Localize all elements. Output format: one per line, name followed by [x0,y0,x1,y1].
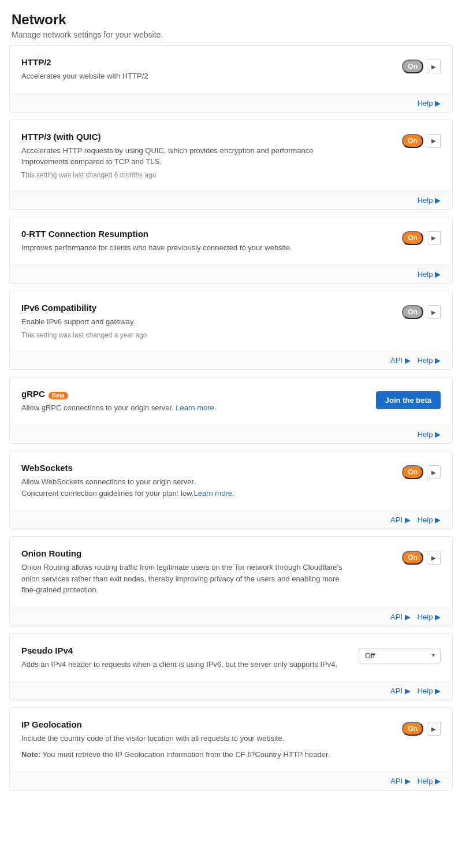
section-title-row-ip-geolocation: IP Geolocation [21,719,354,733]
toggle-arrow-http3[interactable]: ▶ [427,134,441,148]
footer-help-link-pseudo-ipv4[interactable]: Help ▶ [418,687,441,695]
footer-help-link-http2[interactable]: Help ▶ [418,99,441,107]
toggle-wrapper-ipv6: On▶ [402,305,441,319]
toggle-ipv6[interactable]: On [402,305,423,319]
section-info-pseudo-ipv4: Pseudo IPv4Adds an IPv4 header to reques… [21,646,359,670]
footer-help-link-http3[interactable]: Help ▶ [418,196,441,205]
section-info-grpc: gRPCBetaAllow gRPC connections to your o… [21,389,366,414]
toggle-arrow-ipv6[interactable]: ▶ [427,305,441,319]
toggle-wrapper-http3: On▶ [402,134,441,148]
section-body-grpc: gRPCBetaAllow gRPC connections to your o… [10,377,452,425]
footer-help-link-websockets[interactable]: Help ▶ [418,515,441,524]
section-card-ip-geolocation: IP GeolocationInclude the country code o… [9,707,453,791]
section-footer-onion-routing: API ▶Help ▶ [10,607,452,626]
section-control-onion-routing: On▶ [366,548,441,565]
section-control-http2: On▶ [366,57,441,73]
toggle-arrow-http2[interactable]: ▶ [427,60,441,73]
section-card-0rtt: 0-RTT Connection ResumptionImproves perf… [9,217,453,284]
section-info-ipv6: IPv6 CompatibilityEnable IPv6 support an… [21,303,366,339]
section-body-0rtt: 0-RTT Connection ResumptionImproves perf… [10,217,452,265]
footer-help-link-0rtt[interactable]: Help ▶ [418,270,441,279]
section-footer-ipv6: API ▶Help ▶ [10,351,452,369]
section-title-ipv6: IPv6 Compatibility [21,303,96,313]
section-control-websockets: On▶ [366,463,441,479]
sections-container: HTTP/2Accelerates your website with HTTP… [0,45,462,791]
section-desc-http2: Accelerates your website with HTTP/2 [21,71,354,82]
section-title-onion-routing: Onion Routing [21,548,81,558]
section-title-http3: HTTP/3 (with QUIC) [21,132,101,142]
section-card-onion-routing: Onion RoutingOnion Routing allows routin… [9,536,453,626]
select-pseudo-ipv4[interactable]: OffAdd HeaderOverwrite Header [359,648,441,663]
footer-help-link-ipv6[interactable]: Help ▶ [418,356,441,365]
section-card-http2: HTTP/2Accelerates your website with HTTP… [9,45,453,113]
section-footer-http3: Help ▶ [10,191,452,209]
page-subtitle: Manage network settings for your website… [12,30,450,39]
footer-api-link-pseudo-ipv4[interactable]: API ▶ [390,687,411,695]
section-body-ipv6: IPv6 CompatibilityEnable IPv6 support an… [10,291,452,351]
section-body-websockets: WebSocketsAllow WebSockets connections t… [10,451,452,510]
section-card-grpc: gRPCBetaAllow gRPC connections to your o… [9,377,453,444]
toggle-wrapper-ip-geolocation: On▶ [402,722,441,736]
section-footer-websockets: API ▶Help ▶ [10,510,452,529]
section-title-row-ipv6: IPv6 Compatibility [21,303,354,316]
learn-more-grpc[interactable]: Learn more. [176,403,216,412]
footer-api-link-ipv6[interactable]: API ▶ [390,356,411,365]
learn-more-websockets[interactable]: Learn more. [193,489,234,498]
section-desc-websockets: Allow WebSockets connections to your ori… [21,476,354,499]
section-body-ip-geolocation: IP GeolocationInclude the country code o… [10,708,452,771]
section-body-onion-routing: Onion RoutingOnion Routing allows routin… [10,537,452,607]
toggle-wrapper-onion-routing: On▶ [402,551,441,565]
toggle-wrapper-websockets: On▶ [402,465,441,479]
section-title-row-pseudo-ipv4: Pseudo IPv4 [21,646,347,659]
toggle-arrow-onion-routing[interactable]: ▶ [427,551,441,565]
section-info-ip-geolocation: IP GeolocationInclude the country code o… [21,719,366,760]
section-title-row-onion-routing: Onion Routing [21,548,354,562]
section-title-ip-geolocation: IP Geolocation [21,719,82,729]
section-body-http3: HTTP/3 (with QUIC)Accelerates HTTP reque… [10,120,452,191]
page-title: Network [12,12,450,28]
section-desc-grpc: Allow gRPC connections to your origin se… [21,402,354,414]
footer-help-link-onion-routing[interactable]: Help ▶ [418,613,441,621]
toggle-wrapper-http2: On▶ [402,60,441,73]
section-note-ip-geolocation: Note: You must retrieve the IP Geolocati… [21,749,354,761]
section-title-grpc: gRPC [21,389,45,399]
toggle-arrow-ip-geolocation[interactable]: ▶ [427,722,441,736]
section-title-row-websockets: WebSockets [21,463,354,476]
section-control-http3: On▶ [366,132,441,148]
section-footer-pseudo-ipv4: API ▶Help ▶ [10,681,452,700]
section-control-ipv6: On▶ [366,303,441,319]
footer-api-link-ip-geolocation[interactable]: API ▶ [390,777,411,785]
section-title-row-http3: HTTP/3 (with QUIC) [21,132,354,145]
join-beta-button-grpc[interactable]: Join the beta [376,391,441,409]
section-title-row-0rtt: 0-RTT Connection Resumption [21,229,354,242]
section-meta-ipv6: This setting was last changed a year ago [21,331,354,339]
section-card-websockets: WebSocketsAllow WebSockets connections t… [9,451,453,529]
toggle-wrapper-0rtt: On▶ [402,231,441,245]
toggle-0rtt[interactable]: On [402,231,423,245]
section-card-pseudo-ipv4: Pseudo IPv4Adds an IPv4 header to reques… [9,633,453,701]
section-title-row-grpc: gRPCBeta [21,389,354,402]
section-title-0rtt: 0-RTT Connection Resumption [21,229,148,239]
footer-api-link-onion-routing[interactable]: API ▶ [390,613,411,621]
toggle-http3[interactable]: On [402,134,423,148]
section-footer-0rtt: Help ▶ [10,265,452,283]
toggle-websockets[interactable]: On [402,465,423,479]
section-info-http3: HTTP/3 (with QUIC)Accelerates HTTP reque… [21,132,366,179]
toggle-arrow-0rtt[interactable]: ▶ [427,231,441,245]
section-card-ipv6: IPv6 CompatibilityEnable IPv6 support an… [9,291,453,370]
toggle-onion-routing[interactable]: On [402,551,423,565]
toggle-ip-geolocation[interactable]: On [402,722,423,736]
section-desc-ipv6: Enable IPv6 support and gateway. [21,316,354,328]
section-info-websockets: WebSocketsAllow WebSockets connections t… [21,463,366,499]
toggle-arrow-websockets[interactable]: ▶ [427,465,441,479]
section-control-pseudo-ipv4: OffAdd HeaderOverwrite Header [359,646,441,663]
footer-api-link-websockets[interactable]: API ▶ [390,515,411,524]
toggle-http2[interactable]: On [402,60,423,73]
section-control-0rtt: On▶ [366,229,441,245]
section-footer-http2: Help ▶ [10,94,452,112]
section-desc-onion-routing: Onion Routing allows routing traffic fro… [21,562,354,596]
footer-help-link-ip-geolocation[interactable]: Help ▶ [418,777,441,785]
section-desc-0rtt: Improves performance for clients who hav… [21,242,354,254]
footer-help-link-grpc[interactable]: Help ▶ [418,430,441,439]
section-control-grpc: Join the beta [366,389,441,409]
